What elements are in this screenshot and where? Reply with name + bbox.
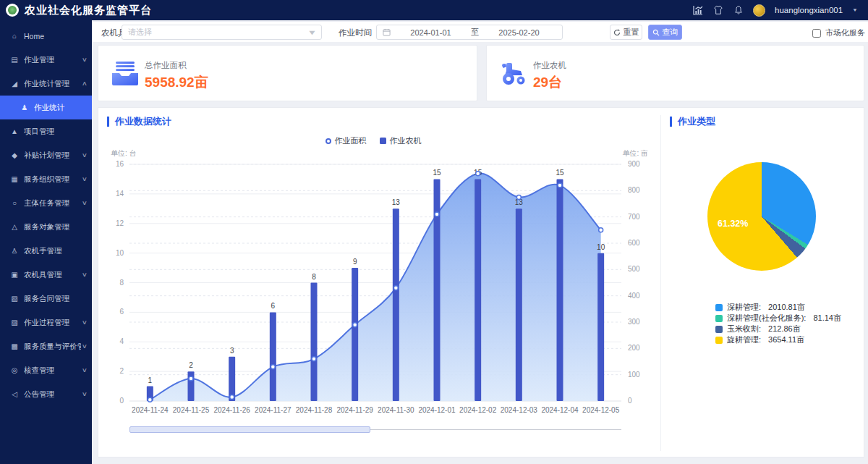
chevron-down-icon: ∨	[82, 319, 88, 326]
svg-text:16: 16	[116, 160, 124, 168]
line-point[interactable]	[476, 172, 480, 176]
pie-legend-item[interactable]: 深耕管理:2010.81亩	[715, 303, 841, 311]
sidebar-item-农机手管理[interactable]: ♙农机手管理	[0, 239, 92, 263]
x-axis-label: 2024-11-26	[213, 406, 250, 414]
pie-legend-item[interactable]: 旋耕管理:3654.11亩	[715, 336, 841, 344]
theme-icon[interactable]	[712, 5, 723, 16]
chevron-down-icon: ∨	[82, 343, 88, 350]
machinery-icon: ▣	[9, 271, 20, 279]
line-point[interactable]	[353, 323, 357, 327]
sidebar-item-label: 项目管理	[24, 127, 87, 137]
sidebar-nav: ⌂Home▤作业管理∨◢作业统计管理∧♟作业统计▲项目管理◆补贴计划管理∨▦服务…	[0, 20, 92, 464]
svg-text:0: 0	[628, 397, 632, 405]
sidebar-item-项目管理[interactable]: ▲项目管理	[0, 119, 92, 143]
machine-select[interactable]: 请选择 ▼	[122, 25, 322, 40]
sidebar-item-服务合同管理[interactable]: ▧服务合同管理	[0, 287, 92, 311]
sidebar-item-作业过程管理[interactable]: ▨作业过程管理∨	[0, 311, 92, 334]
line-point[interactable]	[230, 395, 234, 400]
sidebar-item-主体任务管理[interactable]: ○主体任务管理∨	[0, 191, 92, 215]
bar[interactable]	[516, 208, 522, 401]
bar[interactable]	[352, 268, 358, 401]
pie-slice-label: 61.32%	[718, 219, 748, 229]
chevron-down-icon: ∨	[82, 176, 88, 182]
sidebar-item-label: 作业管理	[24, 55, 81, 65]
chart-zoom-slider[interactable]	[129, 426, 621, 433]
bell-icon[interactable]	[733, 5, 744, 16]
checkbox-input[interactable]	[812, 29, 821, 38]
stat-card-machines: 作业农机 29台	[486, 45, 864, 101]
line-point[interactable]	[599, 228, 603, 232]
bar[interactable]	[393, 208, 399, 401]
pie-legend-item[interactable]: 玉米收割:212.86亩	[715, 325, 841, 333]
svg-text:8: 8	[119, 279, 124, 287]
sidebar-item-公告管理[interactable]: ◁公告管理∨	[0, 382, 92, 406]
main-content: 农机具 请选择 ▼ 作业时间 2024-01-01 至 2025-02-20 重…	[92, 20, 868, 464]
line-point[interactable]	[148, 397, 152, 402]
project-icon: ▲	[9, 127, 20, 135]
slider-thumb[interactable]	[129, 426, 370, 433]
svg-text:400: 400	[628, 292, 640, 300]
search-button[interactable]: 查询	[648, 25, 682, 40]
sidebar-item-核查管理[interactable]: ◎核查管理∨	[0, 358, 92, 382]
date-start-value[interactable]: 2024-01-01	[393, 28, 468, 37]
legend-item-area[interactable]: 作业面积	[326, 135, 367, 146]
sidebar-item-作业管理[interactable]: ▤作业管理∨	[0, 48, 92, 72]
combo-chart-svg: 1236891315151315100246810121416010020030…	[107, 148, 648, 422]
bar-value-label: 10	[597, 243, 605, 251]
bar[interactable]	[475, 179, 481, 401]
line-point[interactable]	[271, 365, 275, 369]
bar-value-label: 6	[271, 302, 276, 310]
chevron-down-icon: ∨	[82, 152, 88, 159]
sidebar-item-作业统计[interactable]: ♟作业统计	[0, 96, 92, 119]
sidebar-item-补贴计划管理[interactable]: ◆补贴计划管理∨	[0, 143, 92, 167]
svg-text:600: 600	[628, 239, 640, 247]
stat-label: 作业农机	[533, 60, 566, 71]
date-range-picker[interactable]: 2024-01-01 至 2025-02-20	[376, 25, 563, 40]
bar[interactable]	[557, 179, 563, 401]
task-icon: ○	[9, 199, 20, 207]
sidebar-item-服务质量与评价管理[interactable]: ▩服务质量与评价管理∨	[0, 334, 92, 358]
user-avatar[interactable]	[753, 4, 765, 17]
clipboard-icon: ▤	[9, 56, 20, 64]
line-point[interactable]	[189, 376, 193, 381]
line-point[interactable]	[435, 212, 439, 216]
bar-value-label: 13	[392, 198, 401, 206]
area-fill	[150, 173, 600, 401]
legend-item-machines[interactable]: 作业农机	[380, 135, 422, 146]
pie-legend-item[interactable]: 深耕管理(社会化服务):81.14亩	[715, 314, 841, 322]
line-point[interactable]	[312, 357, 316, 361]
quality-icon: ▩	[9, 342, 20, 350]
svg-text:4: 4	[119, 337, 124, 345]
sidebar-item-label: 服务合同管理	[24, 294, 87, 304]
bar[interactable]	[270, 312, 276, 401]
contract-icon: ▧	[9, 295, 20, 303]
sidebar-item-label: 作业过程管理	[24, 318, 81, 328]
pie-chart[interactable]: 61.32%	[707, 162, 816, 271]
sidebar-item-label: 补贴计划管理	[24, 151, 81, 161]
svg-text:0: 0	[119, 397, 124, 405]
bar[interactable]	[311, 283, 318, 402]
reset-button[interactable]: 重置	[610, 25, 642, 40]
market-service-checkbox[interactable]: 市场化服务	[812, 28, 865, 38]
line-point[interactable]	[558, 183, 562, 187]
sidebar-item-Home[interactable]: ⌂Home	[0, 24, 92, 48]
bar[interactable]	[597, 253, 604, 401]
chevron-down-icon: ∨	[82, 391, 88, 397]
chart-icon[interactable]	[692, 5, 703, 16]
username[interactable]: huanglongxian001	[775, 6, 843, 14]
bar[interactable]	[188, 371, 195, 401]
line-point[interactable]	[393, 286, 398, 290]
sidebar-item-农机具管理[interactable]: ▣农机具管理∨	[0, 263, 92, 287]
sidebar-item-作业统计管理[interactable]: ◢作业统计管理∧	[0, 72, 92, 96]
sidebar-item-label: 主体任务管理	[24, 198, 81, 208]
date-end-value[interactable]: 2025-02-20	[482, 28, 556, 37]
sidebar-item-服务组织管理[interactable]: ▦服务组织管理∨	[0, 167, 92, 191]
line-point[interactable]	[516, 195, 521, 199]
pie-legend-value: 2010.81亩	[768, 302, 805, 313]
sidebar-item-label: 作业统计	[34, 103, 87, 113]
machine-select-placeholder: 请选择	[128, 27, 309, 38]
svg-text:500: 500	[628, 265, 640, 273]
x-axis-label: 2024-11-25	[173, 406, 210, 414]
sidebar-item-服务对象管理[interactable]: △服务对象管理	[0, 215, 92, 239]
pie-legend-value: 212.86亩	[768, 324, 801, 334]
